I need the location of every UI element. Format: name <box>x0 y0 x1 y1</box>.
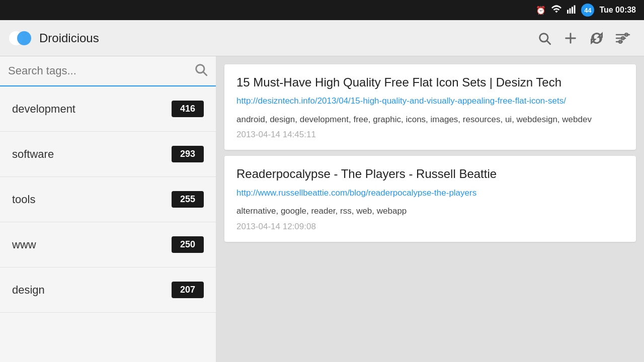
tag-count: 207 <box>172 282 204 298</box>
bookmark-tags: android, design, development, free, grap… <box>236 113 624 126</box>
sidebar: development 416 software 293 tools 255 w… <box>0 56 216 362</box>
bookmark-tags: alternative, google, reader, rss, web, w… <box>236 205 624 218</box>
alarm-icon: ⏰ <box>536 6 546 15</box>
tag-item[interactable]: development 416 <box>0 86 216 132</box>
bookmark-title: 15 Must-Have High Quality Free Flat Icon… <box>236 74 624 90</box>
search-button[interactable] <box>531 25 557 51</box>
add-button[interactable] <box>557 25 584 51</box>
tag-name: tools <box>12 193 35 206</box>
bookmark-card: 15 Must-Have High Quality Free Flat Icon… <box>224 64 636 150</box>
content-panel: 15 Must-Have High Quality Free Flat Icon… <box>216 56 644 362</box>
app-title: Droidicious <box>39 31 531 45</box>
wifi-icon <box>551 5 562 16</box>
bookmark-url[interactable]: http://www.russellbeattie.com/blog/reade… <box>236 187 624 199</box>
svg-point-5 <box>17 31 31 45</box>
bookmark-date: 2013-04-14 12:09:08 <box>236 222 624 232</box>
app-logo <box>8 26 32 50</box>
bookmark-title: Readerpocalypse - The Players - Russell … <box>236 166 624 182</box>
tag-count: 255 <box>172 191 204 208</box>
status-time: Tue 00:38 <box>599 6 636 15</box>
tag-name: design <box>12 284 45 297</box>
svg-rect-0 <box>567 10 569 14</box>
sidebar-search-icon[interactable] <box>194 62 208 79</box>
app-bar: Droidicious <box>0 20 644 56</box>
search-input[interactable] <box>8 64 194 77</box>
tag-count: 416 <box>172 101 204 117</box>
filter-button[interactable] <box>610 25 636 51</box>
tag-item[interactable]: software 293 <box>0 132 216 177</box>
tag-name: www <box>12 238 36 251</box>
signal-icon <box>567 5 576 16</box>
svg-rect-2 <box>572 7 573 14</box>
tag-name: development <box>12 103 75 116</box>
tag-item[interactable]: design 207 <box>0 267 216 313</box>
bookmark-card: Readerpocalypse - The Players - Russell … <box>224 156 636 241</box>
tag-list: development 416 software 293 tools 255 w… <box>0 86 216 362</box>
tag-name: software <box>12 148 54 161</box>
svg-rect-3 <box>574 6 576 14</box>
refresh-button[interactable] <box>584 25 610 51</box>
tag-item[interactable]: www 250 <box>0 222 216 267</box>
bookmark-date: 2013-04-14 14:45:11 <box>236 130 624 140</box>
tag-item[interactable]: tools 255 <box>0 177 216 222</box>
svg-line-7 <box>547 41 550 44</box>
svg-rect-1 <box>570 9 571 14</box>
tag-count: 293 <box>172 146 204 162</box>
tag-count: 250 <box>172 236 204 253</box>
svg-line-17 <box>203 72 206 75</box>
bookmark-url[interactable]: http://desizntech.info/2013/04/15-high-q… <box>236 95 624 107</box>
main-layout: development 416 software 293 tools 255 w… <box>0 56 644 362</box>
battery-indicator: 44 <box>581 4 594 17</box>
search-bar <box>0 56 216 86</box>
status-bar: ⏰ 44 Tue 00:38 <box>0 0 644 20</box>
